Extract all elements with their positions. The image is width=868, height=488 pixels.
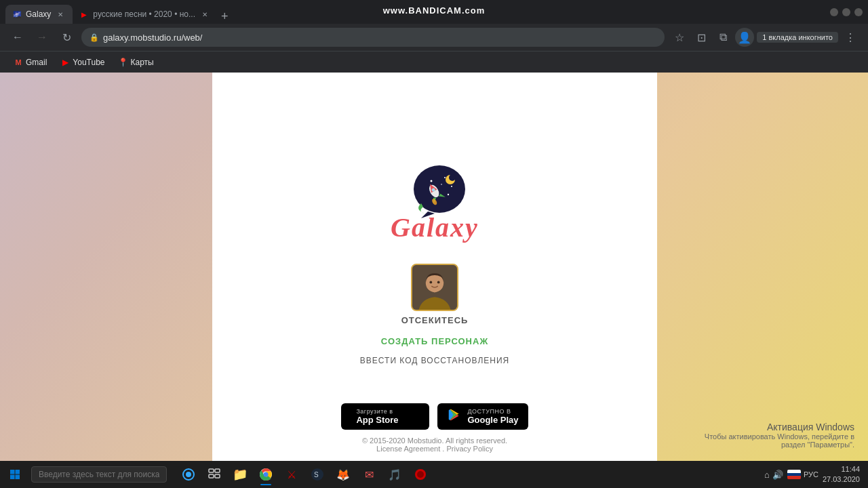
taskbar-app-chrome[interactable]: [254, 462, 278, 487]
bookmark-star-button[interactable]: ☆: [670, 28, 689, 47]
tab-favicon-galaxy: 🌌: [12, 9, 22, 19]
tab-favicon-music: ▶: [79, 9, 89, 19]
svg-rect-26: [209, 469, 214, 472]
app-store-text: Загрузите в App Store: [356, 408, 398, 425]
browser-window: 🌌 Galaxy ✕ ▶ русские песни • 2020 • но..…: [0, 0, 868, 461]
user-avatar[interactable]: [411, 264, 458, 311]
reload-button[interactable]: ↻: [57, 28, 76, 47]
tab-close-music[interactable]: ✕: [199, 9, 210, 20]
bookmark-maps[interactable]: 📍 Карты: [113, 55, 159, 70]
tab-galaxy[interactable]: 🌌 Galaxy ✕: [5, 5, 73, 24]
tab-label-galaxy: Galaxy: [26, 9, 51, 19]
svg-point-19: [437, 281, 440, 284]
menu-button[interactable]: ⋮: [841, 28, 860, 47]
tab-music[interactable]: ▶ русские песни • 2020 • но... ✕: [73, 5, 217, 24]
recovery-code-link[interactable]: ВВЕСТИ КОД ВОССТАНОВЛЕНИЯ: [360, 356, 509, 365]
bookmark-youtube[interactable]: ▶ YouTube: [55, 55, 110, 70]
user-section: ОТСЕКИТЕСЬ: [401, 264, 469, 325]
taskbar-app-taskview[interactable]: [202, 462, 226, 487]
taskbar-app-steam[interactable]: S: [305, 462, 330, 487]
google-play-text: ДОСТУПНО В Google Play: [467, 408, 518, 425]
svg-point-1: [430, 180, 432, 182]
taskbar-search-input[interactable]: [31, 466, 167, 483]
clock-date: 27.03.2020: [823, 474, 860, 485]
tabs-area: 🌌 Galaxy ✕ ▶ русские песни • 2020 • но..…: [5, 0, 830, 24]
russia-flag-icon: [787, 470, 801, 479]
galaxy-logo-text: Galaxy: [391, 211, 479, 243]
win-activation-sub: Чтобы активировать Windows, перейдите в …: [692, 432, 854, 449]
taskbar: 📁 ⚔ S 🦊 ✉ 🎵: [0, 461, 868, 488]
new-tab-button[interactable]: +: [217, 9, 233, 24]
svg-point-8: [449, 174, 456, 181]
svg-rect-20: [10, 470, 15, 474]
google-play-button[interactable]: ДОСТУПНО В Google Play: [437, 403, 528, 430]
clock-time: 11:44: [823, 464, 860, 474]
svg-point-25: [186, 472, 191, 477]
app-store-button[interactable]: Загрузите в App Store: [341, 403, 429, 430]
youtube-favicon: ▶: [60, 58, 70, 67]
window-controls: [830, 8, 863, 16]
google-play-sub: ДОСТУПНО В: [467, 408, 518, 415]
taskbar-app-media[interactable]: 🎵: [382, 462, 407, 487]
privacy-link[interactable]: Privacy Policy: [446, 445, 492, 453]
taskbar-app-mail[interactable]: ✉: [357, 462, 381, 487]
taskbar-clock: 11:44 27.03.2020: [823, 464, 860, 485]
extensions-button[interactable]: ⧉: [713, 28, 732, 47]
taskbar-lang: РУС: [787, 470, 818, 479]
taskbar-app-cortana[interactable]: [176, 462, 201, 487]
url-bar[interactable]: 🔒 galaxy.mobstudio.ru/web/: [81, 28, 665, 47]
taskbar-app-dead-cells[interactable]: ⚔: [279, 462, 304, 487]
start-button[interactable]: [3, 462, 27, 487]
google-play-icon: [447, 407, 462, 426]
incognito-label[interactable]: 1 вкладка инкогнито: [757, 32, 838, 43]
maps-favicon: 📍: [119, 58, 128, 67]
license-link[interactable]: License Agreement: [376, 445, 440, 453]
galaxy-logo: Galaxy: [391, 161, 479, 243]
page-footer: Загрузите в App Store: [212, 392, 657, 461]
svg-point-31: [264, 472, 269, 477]
url-text: galaxy.mobstudio.ru/web/: [103, 33, 202, 43]
bookmarks-bar: M Gmail ▶ YouTube 📍 Карты: [0, 51, 868, 73]
page-inner: Galaxy: [212, 73, 657, 392]
taskbar-volume-icon[interactable]: 🔊: [772, 470, 783, 480]
taskbar-app-unknown[interactable]: 🦊: [331, 462, 355, 487]
svg-point-35: [417, 471, 424, 478]
bookmark-gmail[interactable]: M Gmail: [8, 55, 52, 70]
svg-point-6: [441, 184, 442, 185]
svg-point-2: [444, 177, 446, 178]
win-activation-title: Активация Windows: [692, 422, 854, 432]
lock-icon: 🔒: [90, 33, 99, 42]
cast-button[interactable]: ⊡: [692, 28, 711, 47]
maximize-button[interactable]: [842, 8, 850, 16]
tab-label-music: русские песни • 2020 • но...: [93, 9, 195, 19]
copyright-text: © 2015-2020 Mobstudio. All rights reserv…: [362, 436, 507, 445]
user-name: ОТСЕКИТЕСЬ: [401, 315, 469, 325]
svg-rect-21: [16, 470, 20, 474]
taskbar-app-red[interactable]: [408, 462, 433, 487]
svg-point-18: [429, 281, 432, 284]
forward-button[interactable]: →: [33, 28, 52, 47]
profile-button[interactable]: 👤: [735, 28, 754, 47]
app-store-sub: Загрузите в: [356, 408, 398, 415]
close-button[interactable]: [854, 8, 863, 16]
white-page: Galaxy: [212, 73, 657, 461]
footer-links: © 2015-2020 Mobstudio. All rights reserv…: [362, 436, 507, 453]
svg-rect-27: [215, 469, 220, 472]
tab-close-galaxy[interactable]: ✕: [55, 9, 66, 20]
bookmark-gmail-label: Gmail: [26, 58, 47, 67]
svg-rect-28: [209, 474, 214, 478]
language-label: РУС: [804, 470, 818, 479]
address-actions: ☆ ⊡ ⧉ 👤 1 вкладка инкогнито ⋮: [670, 28, 860, 47]
google-play-name: Google Play: [467, 415, 518, 425]
windows-activation-notice: Активация Windows Чтобы активировать Win…: [692, 422, 854, 449]
taskbar-network-icon[interactable]: ⌂: [764, 470, 770, 480]
minimize-button[interactable]: [830, 8, 838, 16]
svg-point-5: [448, 194, 449, 195]
taskbar-app-explorer[interactable]: 📁: [228, 462, 252, 487]
taskbar-sys-icons: ⌂ 🔊: [764, 470, 783, 480]
page-content: Galaxy: [0, 73, 868, 461]
logo-icon: [404, 161, 465, 215]
bookmark-youtube-label: YouTube: [73, 58, 104, 67]
back-button[interactable]: ←: [8, 28, 27, 47]
create-character-link[interactable]: СОЗДАТЬ ПЕРСОНАЖ: [381, 336, 488, 346]
